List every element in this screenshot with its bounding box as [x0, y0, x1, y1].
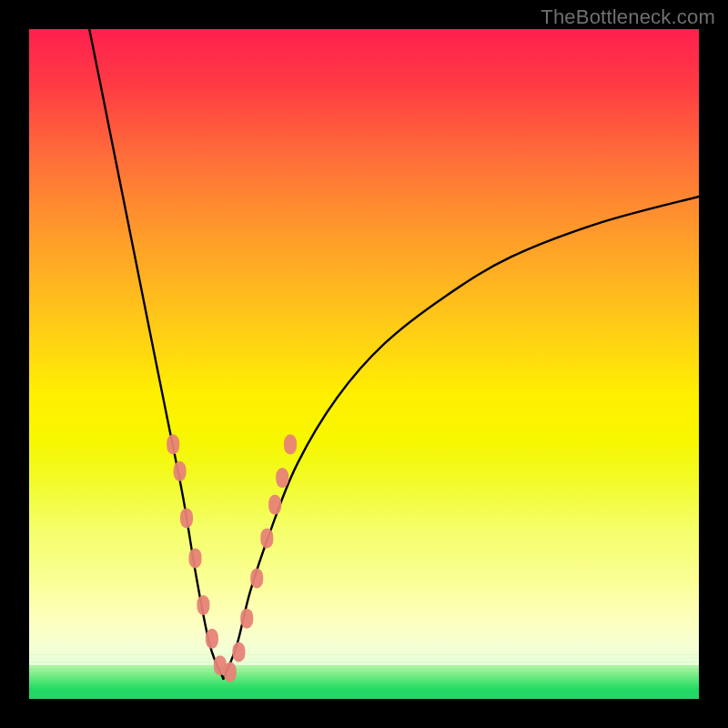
marker-point: [180, 508, 193, 528]
plot-area: [29, 29, 699, 699]
marker-point: [250, 569, 263, 589]
marker-point: [276, 468, 288, 488]
marker-point: [260, 528, 273, 548]
curve-left-branch: [89, 29, 223, 679]
curve-layer: [29, 29, 699, 699]
marker-point: [189, 548, 202, 568]
highlight-markers: [167, 434, 297, 682]
marker-point: [240, 609, 253, 629]
marker-point: [224, 662, 237, 682]
watermark-text: TheBottleneck.com: [541, 5, 715, 29]
outer-frame: TheBottleneck.com: [0, 0, 728, 728]
marker-point: [197, 595, 209, 615]
marker-point: [206, 629, 218, 649]
marker-point: [167, 434, 179, 454]
marker-point: [232, 642, 245, 662]
marker-point: [174, 461, 187, 481]
marker-point: [284, 434, 297, 454]
marker-point: [268, 495, 281, 515]
